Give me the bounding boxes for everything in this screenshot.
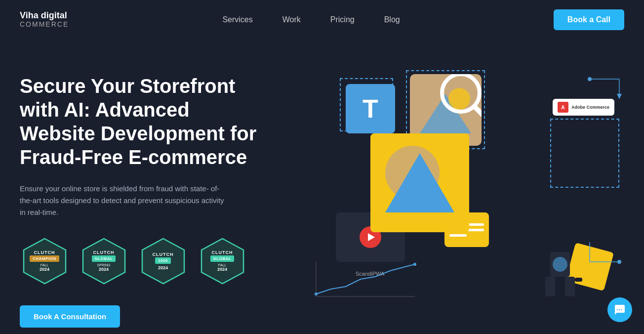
- svg-rect-25: [538, 278, 545, 282]
- nav-services[interactable]: Services: [222, 15, 252, 24]
- badge-type-1: CHAMPION: [30, 255, 59, 262]
- adobe-icon: A: [558, 102, 568, 113]
- svg-rect-26: [575, 278, 582, 282]
- consultation-button[interactable]: Book A Consultation: [20, 305, 120, 328]
- nav-pricing[interactable]: Pricing: [330, 15, 355, 24]
- hero-content: Secure Your Storefront with AI: Advanced…: [20, 69, 277, 328]
- svg-point-19: [315, 292, 318, 295]
- chat-icon: [614, 304, 626, 316]
- robot-figure: [535, 247, 585, 306]
- svg-point-22: [553, 257, 567, 272]
- badge-year-2: 2024: [99, 267, 109, 272]
- badge-year-3: 2024: [158, 265, 168, 270]
- badge-brand-4: Clutch: [212, 250, 233, 255]
- svg-point-16: [617, 260, 621, 264]
- badge-type-4: GLOBAL: [210, 255, 235, 262]
- badge-brand-3: Clutch: [153, 252, 174, 257]
- badge-year-4: 2024: [217, 267, 227, 272]
- t-card: T: [346, 84, 395, 133]
- main-card: [370, 133, 469, 232]
- svg-point-20: [413, 263, 416, 266]
- svg-rect-24: [565, 277, 575, 296]
- nav-blog[interactable]: Blog: [384, 15, 400, 24]
- hero-illustration: T: [296, 69, 624, 316]
- badge-type-3: 1000: [155, 257, 171, 264]
- hero-section: Secure Your Storefront with AI: Advanced…: [0, 40, 644, 334]
- corner-decoration-bottom: [585, 237, 624, 267]
- logo-top: Viha digital: [20, 11, 69, 21]
- badge-brand-1: Clutch: [34, 250, 55, 255]
- badge-global-spring: Clutch GLOBAL SPRING 2024: [79, 236, 128, 286]
- badge-season-1: FALL: [40, 263, 48, 267]
- badge-global-fall: Clutch GLOBAL FALL 2024: [198, 236, 247, 286]
- navbar: Viha digital Commerce Services Work Pric…: [0, 0, 644, 40]
- badge-season-4: FALL: [218, 263, 226, 267]
- adobe-card: A Adobe Commerce: [553, 99, 614, 116]
- book-call-button[interactable]: Book a Call: [554, 9, 624, 30]
- badge-1000: Clutch 1000 2024: [138, 236, 188, 286]
- logo: Viha digital Commerce: [20, 11, 69, 28]
- graph: [311, 257, 420, 301]
- svg-rect-23: [545, 277, 555, 296]
- line-3: [449, 234, 467, 237]
- badge-season-2: SPRING: [97, 263, 111, 267]
- badge-year-1: 2024: [40, 267, 49, 272]
- hero-subtitle: Ensure your online store is shielded fro…: [20, 183, 227, 218]
- chat-bubble-button[interactable]: [607, 297, 632, 322]
- svg-line-7: [475, 107, 482, 119]
- badge-type-2: GLOBAL: [92, 255, 116, 262]
- nav-work[interactable]: Work: [282, 15, 301, 24]
- svg-marker-13: [617, 94, 622, 99]
- dashed-box-3: [550, 119, 619, 188]
- badges-row: Clutch CHAMPION FALL 2024 Clutch GLOBAL: [20, 236, 277, 286]
- badge-champion: Clutch CHAMPION FALL 2024: [20, 236, 69, 286]
- logo-bottom: Commerce: [20, 21, 69, 28]
- svg-point-12: [588, 77, 592, 81]
- adobe-label: Adobe Commerce: [571, 105, 609, 110]
- badge-brand-2: Clutch: [93, 250, 115, 255]
- nav-links: Services Work Pricing Blog: [222, 15, 400, 24]
- hero-title: Secure Your Storefront with AI: Advanced…: [20, 74, 267, 169]
